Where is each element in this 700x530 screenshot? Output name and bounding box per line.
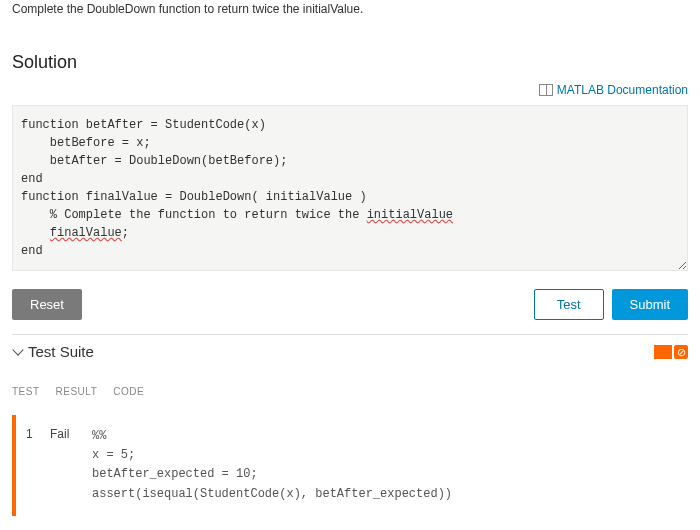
tab-code[interactable]: CODE: [113, 386, 144, 397]
solution-code-editor[interactable]: function betAfter = StudentCode(x) betBe…: [12, 105, 688, 271]
status-blocked-icon: ⊘: [674, 345, 688, 359]
code-line: function finalValue = DoubleDown( initia…: [21, 190, 367, 204]
matlab-documentation-link[interactable]: MATLAB Documentation: [539, 83, 688, 97]
doc-link-label: MATLAB Documentation: [557, 83, 688, 97]
test-suite-title: Test Suite: [28, 343, 654, 360]
test-suite-header[interactable]: Test Suite ⊘: [12, 334, 688, 366]
tab-test[interactable]: TEST: [12, 386, 40, 397]
status-fail-indicator: [654, 345, 672, 359]
reset-button[interactable]: Reset: [12, 289, 82, 320]
test-code: %% x = 5; betAfter_expected = 10; assert…: [92, 427, 452, 504]
code-line: % Complete the function to return twice …: [21, 208, 367, 222]
code-error-underline: initialValue: [367, 208, 453, 222]
code-line: end: [21, 172, 43, 186]
doc-link-row: MATLAB Documentation: [12, 83, 688, 99]
code-line: betAfter = DoubleDown(betBefore);: [21, 154, 287, 168]
test-number: 1: [26, 427, 36, 504]
code-line: betBefore = x;: [21, 136, 151, 150]
code-line: end: [21, 244, 43, 258]
code-line: function betAfter = StudentCode(x): [21, 118, 266, 132]
code-line: ;: [122, 226, 129, 240]
problem-instruction: Complete the DoubleDown function to retu…: [12, 0, 688, 24]
button-row: Reset Test Submit: [12, 289, 688, 320]
code-error-underline: finalValue: [50, 226, 122, 240]
test-case-row: 1 Fail %% x = 5; betAfter_expected = 10;…: [12, 415, 688, 516]
submit-button[interactable]: Submit: [612, 289, 688, 320]
tab-result[interactable]: RESULT: [56, 386, 98, 397]
test-button[interactable]: Test: [534, 289, 604, 320]
chevron-down-icon: [12, 344, 23, 355]
book-icon: [539, 84, 553, 96]
test-result-label: Fail: [50, 427, 78, 504]
test-suite-tabs: TEST RESULT CODE: [12, 386, 688, 397]
solution-heading: Solution: [12, 52, 688, 73]
code-line: [21, 226, 50, 240]
